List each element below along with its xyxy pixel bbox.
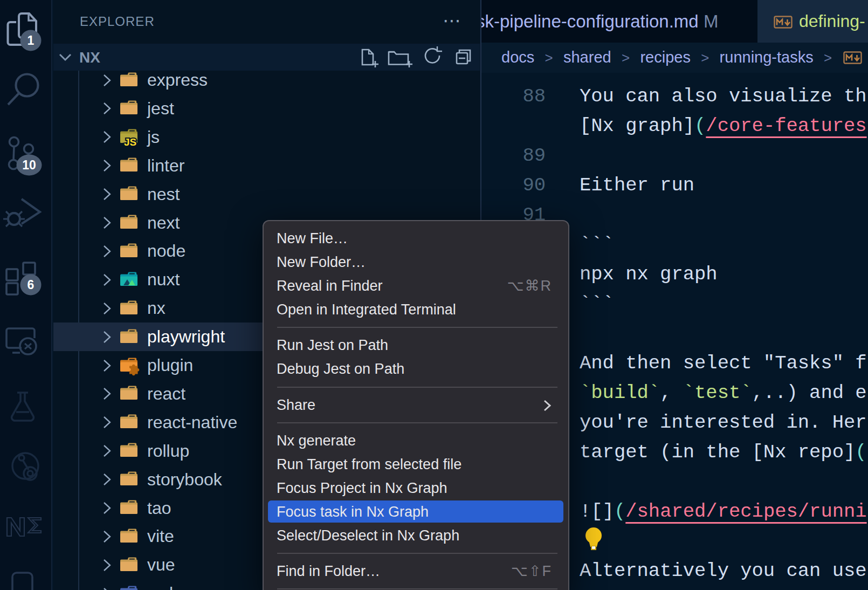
svg-text:6: 6 bbox=[27, 278, 35, 292]
svg-text:1: 1 bbox=[27, 33, 35, 47]
svg-text:JS: JS bbox=[124, 136, 136, 148]
svg-text:10: 10 bbox=[22, 158, 36, 172]
